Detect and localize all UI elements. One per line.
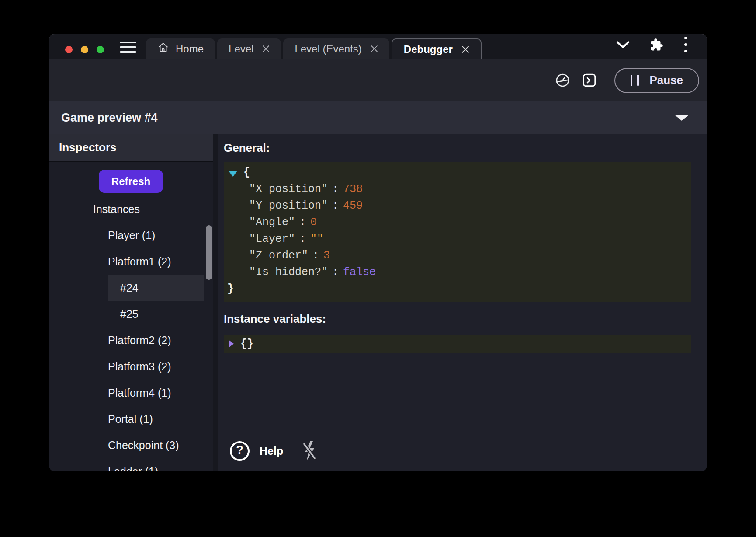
tree-item-instance-24-selected[interactable]: #24 [108,275,204,301]
json-value[interactable]: "" [310,233,323,245]
inspectors-sidebar: Inspectors Refresh Instances Player (1) … [49,134,218,471]
instance-variables-label: Instance variables: [224,312,691,326]
json-key: "Is hidden?" [249,266,328,279]
tab-home[interactable]: Home [146,38,215,59]
json-colon: : [332,199,339,212]
game-preview-header[interactable]: Game preview #4 [49,101,707,134]
json-colon: : [299,233,306,245]
sidebar-scrollbar-thumb[interactable] [206,225,212,280]
json-key: "Angle" [249,216,295,229]
tree-item-ladder[interactable]: Ladder (1) [49,458,213,471]
titlebar-actions [616,36,688,53]
minimize-window-button[interactable] [81,46,88,53]
close-tab-icon[interactable] [262,45,270,52]
chevron-down-icon[interactable] [616,41,630,49]
instance-variables-json-viewer: {} [224,335,691,353]
json-property-row: "Angle":0 [227,214,687,231]
json-key: "Z order" [249,249,308,262]
tree-item-platform2[interactable]: Platform2 (2) [49,327,213,353]
tab-label: Level (Events) [295,43,361,55]
collapse-node-icon[interactable] [229,171,237,177]
tree-item-platform1[interactable]: Platform1 (2) [49,248,213,275]
zoom-window-button[interactable] [97,46,104,53]
json-indent-guide [236,185,236,291]
debugger-content: Inspectors Refresh Instances Player (1) … [49,134,707,471]
json-colon: : [332,183,339,195]
tab-label: Level [229,43,253,55]
empty-object-braces: {} [240,338,253,350]
tree-item-player[interactable]: Player (1) [49,222,213,248]
close-tab-icon[interactable] [461,45,469,53]
kebab-menu-icon[interactable] [683,36,688,53]
desktop-background: Home Level Level (Events) Debugger [0,0,756,537]
tab-level[interactable]: Level [217,38,281,59]
expand-node-icon[interactable] [229,340,234,348]
tree-item-platform4[interactable]: Platform4 (1) [49,380,213,406]
close-tab-icon[interactable] [371,45,378,52]
help-button[interactable]: Help [230,441,283,461]
tree-item-checkpoint[interactable]: Checkpoint (3) [49,432,213,458]
tab-debugger[interactable]: Debugger [392,38,482,59]
collapse-caret-icon[interactable] [675,115,689,121]
tree-item-instance-25[interactable]: #25 [49,301,213,327]
inspectors-header: Inspectors [49,134,213,162]
json-value[interactable]: 0 [310,216,317,229]
json-colon: : [299,216,306,229]
tab-label: Home [176,43,204,55]
json-key: "Y position" [249,199,328,212]
help-row: Help [224,437,691,471]
general-section-label: General: [224,141,691,155]
json-colon: : [332,266,339,279]
json-property-row: "Is hidden?":false [227,264,687,281]
instance-details-panel: General: { "X position":738 "Y position"… [218,134,707,471]
general-json-viewer: { "X position":738 "Y position":459 "Ang… [224,162,691,302]
json-value[interactable]: 3 [323,249,330,262]
json-property-row: "Layer":"" [227,231,687,248]
help-question-icon [230,441,250,461]
refresh-button[interactable]: Refresh [99,170,163,193]
json-key: "Layer" [249,233,295,245]
tab-bar: Home Level Level (Events) Debugger [49,34,707,59]
open-brace: { [243,164,250,181]
home-icon [157,42,169,56]
json-property-row: "X position":738 [227,181,687,198]
pause-button-label: Pause [649,73,683,87]
json-colon: : [312,249,319,262]
json-property-row: "Z order":3 [227,248,687,264]
json-value[interactable]: 738 [343,183,363,195]
puzzle-extension-icon[interactable] [650,38,663,52]
tab-label: Debugger [404,43,453,56]
traffic-lights [65,46,104,53]
inspectors-tree: Refresh Instances Player (1) Platform1 (… [49,162,213,471]
console-icon[interactable] [583,73,596,87]
debugger-toolbar: Pause [49,59,707,101]
tree-item-instances[interactable]: Instances [49,196,213,222]
tree-item-platform3[interactable]: Platform3 (2) [49,353,213,380]
close-window-button[interactable] [65,46,73,53]
help-button-label: Help [260,445,283,457]
app-window: Home Level Level (Events) Debugger [49,34,707,471]
json-key: "X position" [249,183,328,195]
tab-strip: Home Level Level (Events) Debugger [146,38,482,59]
json-value[interactable]: 459 [343,199,363,212]
profiler-gauge-icon[interactable] [555,73,570,88]
tree-item-portal[interactable]: Portal (1) [49,406,213,432]
flash-off-icon[interactable] [301,440,318,461]
json-value[interactable]: false [343,266,376,279]
pause-button[interactable]: Pause [614,68,699,93]
pause-icon [631,75,639,86]
game-preview-title: Game preview #4 [61,111,158,125]
hamburger-menu-icon[interactable] [120,42,136,53]
close-brace: } [227,282,234,295]
json-property-row: "Y position":459 [227,198,687,214]
tab-level-events[interactable]: Level (Events) [283,38,389,59]
